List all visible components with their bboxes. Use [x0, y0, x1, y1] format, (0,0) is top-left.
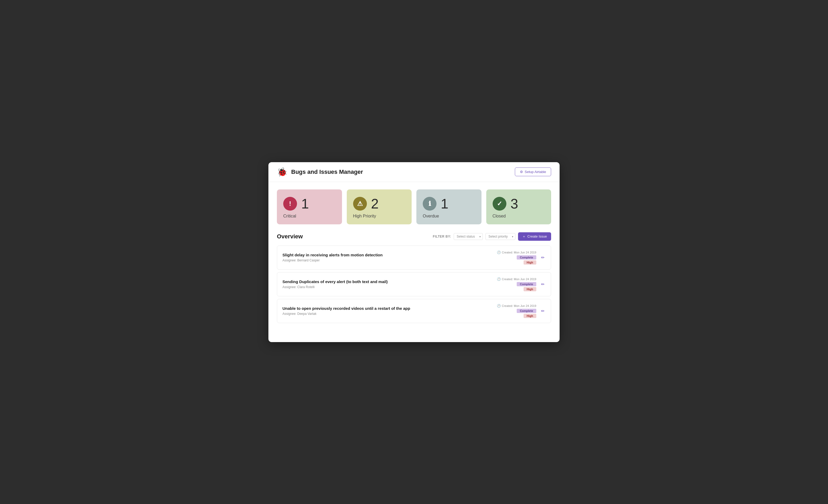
- overdue-count: 1: [441, 197, 448, 211]
- stat-card-closed: ✓ 3 Closed: [486, 189, 551, 224]
- setup-airtable-button[interactable]: ⚙ Setup Airtable: [515, 168, 551, 176]
- created-date-2: 🕐 Created: Mon Jun 24 2019: [497, 304, 536, 308]
- issue-assignee-0: Assignee: Bernard Casper: [283, 259, 382, 262]
- issue-title-1: Sending Duplicates of every alert (to bo…: [283, 279, 388, 284]
- overview-title: Overview: [277, 233, 303, 240]
- priority-badge-2: High: [524, 314, 536, 318]
- created-text-0: Created: Mon Jun 24 2019: [502, 251, 536, 254]
- created-date-1: 🕐 Created: Mon Jun 24 2019: [497, 277, 536, 281]
- critical-icon: !: [283, 197, 297, 211]
- created-text-1: Created: Mon Jun 24 2019: [502, 278, 536, 281]
- issue-assignee-2: Assignee: Deepa Vartak: [283, 312, 410, 316]
- issue-assignee-1: Assignee: Clara Rotelli: [283, 285, 388, 289]
- issue-meta-2: 🕐 Created: Mon Jun 24 2019 Complete High: [497, 304, 536, 318]
- issue-title-0: Slight delay in receiving alerts from mo…: [283, 253, 382, 257]
- priority-badge-1: High: [524, 287, 536, 291]
- status-select-wrapper: Select status Open Complete Closed: [454, 233, 483, 240]
- closed-icon: ✓: [493, 197, 506, 211]
- clock-icon: 🕐: [497, 277, 501, 281]
- clock-icon: 🕐: [497, 250, 501, 254]
- overdue-icon: ℹ: [423, 197, 437, 211]
- plus-icon: ＋: [522, 234, 526, 239]
- priority-badge-0: High: [524, 260, 536, 265]
- gear-icon: ⚙: [520, 170, 523, 174]
- issue-meta-1: 🕐 Created: Mon Jun 24 2019 Complete High: [497, 277, 536, 291]
- stat-top-high: ⚠ 2: [353, 197, 406, 211]
- header-left: 🐞 Bugs and Issues Manager: [277, 167, 363, 177]
- create-button-label: Create Issue: [527, 234, 547, 238]
- critical-count: 1: [301, 197, 309, 211]
- status-badge-0: Complete: [517, 255, 536, 260]
- app-window: 🐞 Bugs and Issues Manager ⚙ Setup Airtab…: [268, 162, 560, 342]
- created-date-0: 🕐 Created: Mon Jun 24 2019: [497, 250, 536, 254]
- app-logo: 🐞: [277, 167, 287, 177]
- issue-row: Slight delay in receiving alerts from mo…: [277, 245, 551, 270]
- high-priority-icon: ⚠: [353, 197, 367, 211]
- closed-count: 3: [511, 197, 518, 211]
- created-text-2: Created: Mon Jun 24 2019: [502, 304, 536, 308]
- badge-group-1: Complete High: [517, 282, 536, 291]
- setup-button-label: Setup Airtable: [525, 170, 546, 174]
- closed-label: Closed: [493, 214, 545, 219]
- badge-group-2: Complete High: [517, 309, 536, 318]
- issue-right-2: 🕐 Created: Mon Jun 24 2019 Complete High…: [497, 304, 545, 318]
- filter-bar: FILTER BY: Select status Open Complete C…: [433, 232, 551, 241]
- stats-section: ! 1 Critical ⚠ 2 High Priority ℹ 1 Overd…: [268, 182, 560, 230]
- issue-left-1: Sending Duplicates of every alert (to bo…: [283, 279, 388, 289]
- status-badge-2: Complete: [517, 309, 536, 313]
- status-select[interactable]: Select status Open Complete Closed: [454, 233, 483, 240]
- high-count: 2: [371, 197, 379, 211]
- issue-title-2: Unable to open previously recorded video…: [283, 306, 410, 311]
- badge-group-0: Complete High: [517, 255, 536, 265]
- issue-left-0: Slight delay in receiving alerts from mo…: [283, 253, 382, 262]
- critical-label: Critical: [283, 214, 336, 219]
- create-issue-button[interactable]: ＋ Create Issue: [518, 232, 551, 241]
- edit-button-0[interactable]: ✏: [540, 254, 545, 261]
- stat-card-critical: ! 1 Critical: [277, 189, 342, 224]
- edit-button-1[interactable]: ✏: [540, 281, 545, 288]
- app-title: Bugs and Issues Manager: [291, 169, 363, 175]
- priority-select-wrapper: Select priority Low High Critical: [486, 233, 515, 240]
- issue-row: Unable to open previously recorded video…: [277, 299, 551, 323]
- issue-meta-0: 🕐 Created: Mon Jun 24 2019 Complete High: [497, 250, 536, 265]
- issue-right-0: 🕐 Created: Mon Jun 24 2019 Complete High…: [497, 250, 545, 265]
- stat-top-overdue: ℹ 1: [423, 197, 475, 211]
- stat-top-critical: ! 1: [283, 197, 336, 211]
- issue-list: Slight delay in receiving alerts from mo…: [277, 245, 551, 323]
- overview-section: Overview FILTER BY: Select status Open C…: [268, 230, 560, 330]
- issue-right-1: 🕐 Created: Mon Jun 24 2019 Complete High…: [497, 277, 545, 291]
- header: 🐞 Bugs and Issues Manager ⚙ Setup Airtab…: [268, 162, 560, 182]
- edit-button-2[interactable]: ✏: [540, 308, 545, 315]
- filter-label: FILTER BY:: [433, 235, 451, 238]
- stat-card-overdue: ℹ 1 Overdue: [416, 189, 482, 224]
- issue-row: Sending Duplicates of every alert (to bo…: [277, 272, 551, 296]
- stat-top-closed: ✓ 3: [493, 197, 545, 211]
- issue-left-2: Unable to open previously recorded video…: [283, 306, 410, 316]
- stat-card-high: ⚠ 2 High Priority: [347, 189, 412, 224]
- overdue-label: Overdue: [423, 214, 475, 219]
- overview-header: Overview FILTER BY: Select status Open C…: [277, 232, 551, 241]
- status-badge-1: Complete: [517, 282, 536, 286]
- priority-select[interactable]: Select priority Low High Critical: [486, 233, 515, 240]
- clock-icon: 🕐: [497, 304, 501, 308]
- high-label: High Priority: [353, 214, 406, 219]
